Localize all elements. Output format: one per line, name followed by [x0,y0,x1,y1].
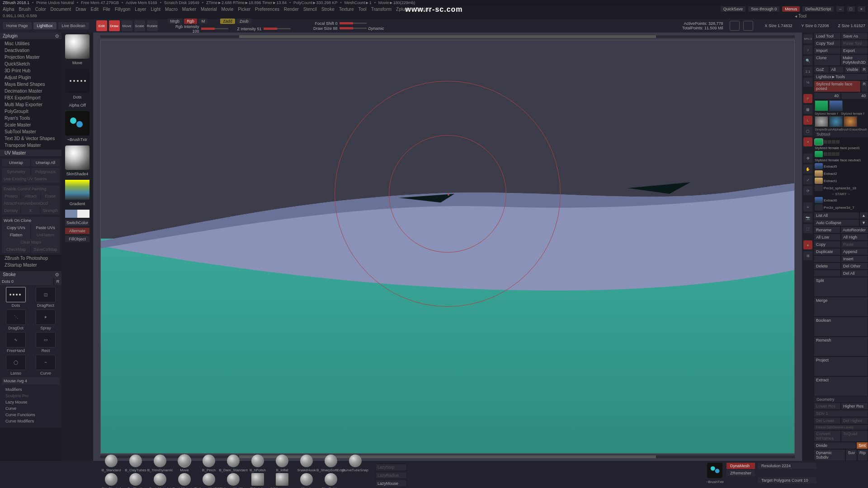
shelf-mat[interactable]: Morph [295,473,318,488]
menu-light[interactable]: Light [151,7,160,12]
zplugin-item[interactable]: Multi Map Exporter [0,101,61,108]
scale-view-icon[interactable]: ⤢ [803,175,812,184]
copy-uvs-button[interactable]: Copy UVs [2,224,30,231]
draw-mode-icon[interactable]: Draw [109,20,120,31]
menu-color[interactable]: Color [35,7,46,12]
zplugin-item[interactable]: FBX ExportImport [0,94,61,101]
local-icon[interactable]: L [803,116,812,125]
target-polys-slider[interactable]: Target Polygons Count 10 [758,477,816,483]
color-picker[interactable] [65,180,90,200]
lightbox-tools-button[interactable]: Lightbox►Tools [814,73,868,80]
rgb-button[interactable]: Rgb [184,19,197,24]
zplugin-item[interactable]: PolyGroupIt [0,108,61,115]
shelf-brush[interactable]: B_ClayTubes [124,455,147,472]
scroll-icon[interactable]: ↕ [803,45,812,54]
zoom-icon[interactable]: 🔍 [803,56,812,65]
shelf-brush[interactable]: B_Pinch [197,455,221,472]
shelf-mat[interactable]: BasicMaterial [148,473,172,488]
symmetry-toggle[interactable]: Symmetry [2,168,30,175]
subtool-row[interactable] [815,150,867,158]
menu-movie[interactable]: Movie [222,7,234,12]
zplugin-item[interactable]: Deactivation [0,47,61,54]
edit-mode-icon[interactable]: Edit [96,20,107,31]
menu-picker[interactable]: Picker [238,7,250,12]
alpha-swatch[interactable] [65,111,90,136]
home-button[interactable]: Home Page [3,22,32,29]
stroke-rect[interactable]: ▭Rect [32,332,60,353]
subtool-row[interactable]: Extract1 [815,177,867,184]
menu-brush[interactable]: Brush [19,7,31,12]
menu-document[interactable]: Document [51,7,71,12]
shelf-mat[interactable]: BasicMaterial2 [173,473,196,488]
zplugin-header[interactable]: Zplugin⊙ [0,33,61,39]
lightbox-button[interactable]: LightBox [33,22,57,29]
subtool-row[interactable]: Extract2 [815,170,867,177]
defaultzscript-button[interactable]: DefaultZScript [802,6,834,12]
brushtxtr-swatch[interactable] [707,463,722,478]
use-seams-toggle[interactable]: Use Existing UV Seams [2,175,60,183]
quicksave-button[interactable]: QuickSave [721,6,746,12]
grid-icon[interactable]: ⊞ [803,251,812,260]
menu-render[interactable]: Render [284,7,299,12]
unwrap-button[interactable]: Unwrap [2,159,30,166]
append-button[interactable]: Append [841,248,868,255]
stroke-dragrect[interactable]: ◫DragRect [32,287,60,308]
menu-file[interactable]: File [103,7,110,12]
menu-material[interactable]: Material [201,7,217,12]
auto-collapse[interactable]: Auto Collapse [814,219,859,226]
window-min-icon[interactable]: – [836,6,844,12]
load-tool-button[interactable]: Load Tool [814,33,841,40]
shelf-mat[interactable]: SkinShade4 [99,473,123,488]
shelf-mat[interactable]: ToyPlastic [124,473,147,488]
menu-edit[interactable]: Edit [91,7,99,12]
mrgb-button[interactable]: Mrgb [168,19,183,24]
menu-alpha[interactable]: Alpha [3,7,14,12]
menus-button[interactable]: Menus [782,6,800,12]
linefill-icon[interactable]: ≡ [803,202,812,211]
zplugin-item[interactable]: Projection Master [0,54,61,61]
project-section[interactable]: Project [814,357,868,376]
focal-shift-slider[interactable]: Focal Shift 0 [306,21,338,26]
actual-icon[interactable]: 1:1 [803,67,812,76]
rename-button[interactable]: Rename [814,226,840,234]
autoreorder-button[interactable]: AutoReorder [840,226,868,234]
alternate-button[interactable]: Alternate [65,228,90,234]
tool-thumb[interactable] [829,116,843,127]
move-view-icon[interactable]: ✋ [803,164,812,174]
rgb-intensity-slider[interactable]: Rgb Intensity 100 [168,24,199,33]
copy-tool-button[interactable]: Copy Tool [814,40,841,47]
polygroups-toggle[interactable]: Polygroups [31,168,60,175]
tool-thumb[interactable] [844,116,857,127]
paste-uvs-button[interactable]: Paste UVs [31,224,60,231]
menu-draw[interactable]: Draw [75,7,86,12]
paste-tool-button[interactable]: Paste Tool [841,40,868,47]
m-button[interactable]: M [199,19,208,24]
shelf-brush[interactable]: B_Standard [99,455,123,472]
menu-preferences[interactable]: Preferences [255,7,279,12]
move-mode-icon[interactable]: Move [122,20,132,31]
goz-button[interactable]: GoZ [814,66,829,73]
insert-button[interactable]: Insert [841,255,868,263]
spix-icon[interactable]: SPix 3 [803,34,812,43]
delete-button[interactable]: Delete [814,263,841,270]
make-polymesh-button[interactable]: Make PolyMesh3D [840,54,868,66]
stroke-lazymouse[interactable]: Lazy Mouse [2,399,60,405]
stroke-dragdot[interactable]: ⋱DragDot [2,310,30,330]
gizmo-b-icon[interactable] [743,21,753,31]
zbrush-to-photoshop[interactable]: ZBrush To Photoshop [0,255,61,262]
flatten-button[interactable]: Flatten [2,231,30,239]
zplugin-item[interactable]: 3D Print Hub [0,67,61,74]
subtool-header[interactable]: Subtool [814,131,868,137]
stroke-swatch[interactable] [65,69,90,93]
shelf-mat[interactable]: FollygonMatClay [222,473,245,488]
clone-button[interactable]: Clone [814,54,840,66]
shelf-brush[interactable]: B_Inflat [270,455,294,472]
merge-section[interactable]: Merge [814,297,868,317]
shelf-brush[interactable]: Move [173,455,196,472]
boolean-section[interactable]: Boolean [814,317,868,337]
rec-icon[interactable]: ● [803,240,812,249]
menu-macro[interactable]: Macro [165,7,178,12]
shelf-mat[interactable]: ClayBuildup [319,473,343,488]
material-swatch[interactable] [65,145,90,170]
zplugin-item[interactable]: Ryan's Tools [0,115,61,122]
